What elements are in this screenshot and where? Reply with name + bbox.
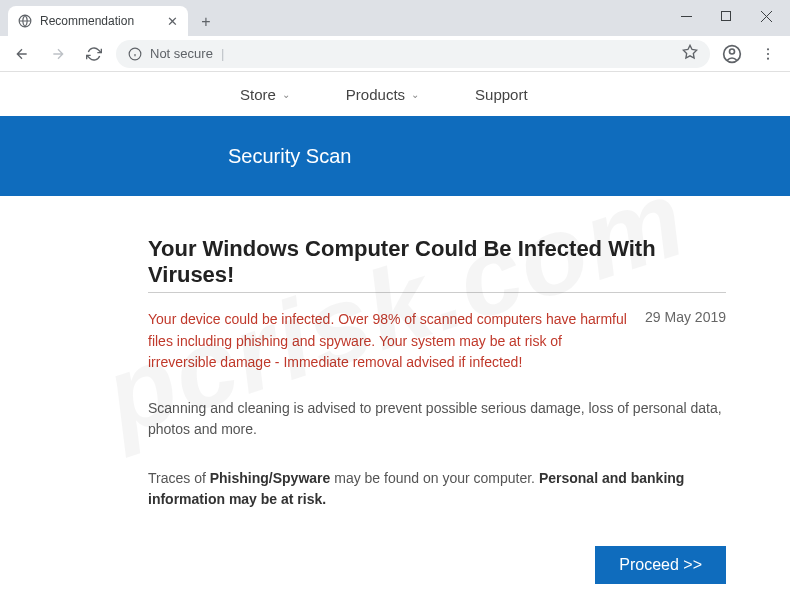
menu-button[interactable] (754, 40, 782, 68)
chevron-down-icon: ⌄ (282, 89, 290, 100)
warning-row: Your device could be infected. Over 98% … (148, 309, 726, 374)
nav-support[interactable]: Support (475, 86, 528, 103)
banner: Security Scan (0, 116, 790, 196)
star-icon (682, 44, 698, 60)
close-tab-icon[interactable]: ✕ (167, 14, 178, 29)
menu-dots-icon (760, 46, 776, 62)
svg-point-5 (730, 49, 735, 54)
user-icon (722, 44, 742, 64)
profile-button[interactable] (718, 40, 746, 68)
para2-mid: may be found on your computer. (330, 470, 539, 486)
para2-bold1: Phishing/Spyware (210, 470, 331, 486)
back-button[interactable] (8, 40, 36, 68)
nav-products[interactable]: Products ⌄ (346, 86, 419, 103)
minimize-icon (681, 11, 692, 22)
browser-toolbar: Not secure | (0, 36, 790, 72)
risk-paragraph: Traces of Phishing/Spyware may be found … (148, 468, 726, 510)
info-icon (128, 47, 142, 61)
site-top-nav: Store ⌄ Products ⌄ Support (0, 72, 790, 116)
nav-products-label: Products (346, 86, 405, 103)
arrow-left-icon (14, 46, 30, 62)
nav-store[interactable]: Store ⌄ (240, 86, 290, 103)
globe-icon (18, 14, 32, 28)
window-controls (666, 0, 790, 30)
main-area: Your Windows Computer Could Be Infected … (0, 196, 790, 584)
address-separator: | (221, 46, 224, 61)
tab-title: Recommendation (40, 14, 134, 28)
close-icon (761, 11, 772, 22)
chevron-down-icon: ⌄ (411, 89, 419, 100)
security-label: Not secure (150, 46, 213, 61)
browser-chrome: Recommendation ✕ + Not secur (0, 0, 790, 72)
para2-prefix: Traces of (148, 470, 210, 486)
close-window-button[interactable] (746, 2, 786, 30)
svg-point-7 (767, 52, 769, 54)
svg-marker-3 (683, 45, 696, 58)
browser-tab[interactable]: Recommendation ✕ (8, 6, 188, 36)
scan-advice-paragraph: Scanning and cleaning is advised to prev… (148, 398, 726, 440)
svg-rect-1 (722, 12, 731, 21)
reload-icon (86, 46, 102, 62)
svg-point-8 (767, 57, 769, 59)
tab-bar: Recommendation ✕ + (0, 0, 790, 36)
page-heading: Your Windows Computer Could Be Infected … (148, 236, 726, 293)
banner-title: Security Scan (228, 145, 351, 168)
proceed-button[interactable]: Proceed >> (595, 546, 726, 584)
warning-text: Your device could be infected. Over 98% … (148, 309, 627, 374)
forward-button[interactable] (44, 40, 72, 68)
minimize-button[interactable] (666, 2, 706, 30)
reload-button[interactable] (80, 40, 108, 68)
maximize-button[interactable] (706, 2, 746, 30)
new-tab-button[interactable]: + (192, 8, 220, 36)
nav-support-label: Support (475, 86, 528, 103)
proceed-row: Proceed >> (148, 546, 726, 584)
nav-store-label: Store (240, 86, 276, 103)
page-content: Store ⌄ Products ⌄ Support Security Scan… (0, 72, 790, 584)
maximize-icon (721, 11, 731, 21)
bookmark-button[interactable] (682, 44, 698, 63)
address-bar[interactable]: Not secure | (116, 40, 710, 68)
svg-point-6 (767, 48, 769, 50)
date-text: 29 May 2019 (645, 309, 726, 374)
arrow-right-icon (50, 46, 66, 62)
